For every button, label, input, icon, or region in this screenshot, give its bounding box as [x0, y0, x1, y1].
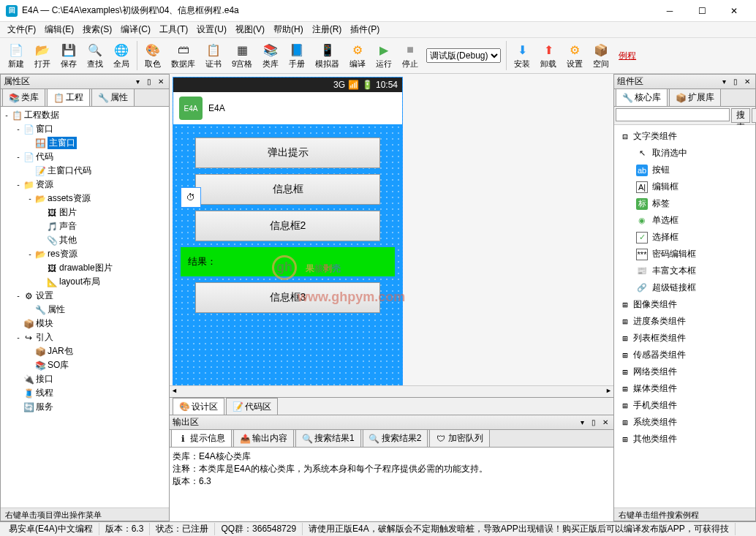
component-search-input[interactable] [616, 108, 730, 121]
comp-group-列表框类组件[interactable]: ⊞列表框类组件 [617, 330, 752, 347]
output-tab-提示信息[interactable]: ℹ提示信息 [171, 429, 232, 447]
design-scrollbar-h[interactable] [170, 385, 613, 397]
menu-帮助(H)[interactable]: 帮助(H) [269, 22, 308, 37]
panel-dropdown-icon[interactable]: ▾ [132, 77, 143, 87]
tree-接口[interactable]: 🔌接口 [2, 372, 167, 386]
next-button[interactable]: 下个 [752, 108, 756, 123]
panel-pin-icon[interactable]: ▯ [144, 77, 154, 87]
result-label[interactable]: 结果： [181, 247, 395, 276]
output-tab-加密队列[interactable]: 🛡加密队列 [429, 429, 490, 447]
tab-类库[interactable]: 📚类库 [2, 88, 45, 106]
comp-标签[interactable]: 标标签 [617, 195, 752, 212]
phone-button-1[interactable]: 信息框 [195, 174, 380, 205]
toolbtn-运行[interactable]: ▶运行 [371, 40, 396, 71]
comp-group-传感器类组件[interactable]: ⊞传感器类组件 [617, 347, 752, 363]
minimize-button[interactable]: ─ [654, 1, 686, 21]
search-button[interactable]: 搜索 [731, 108, 750, 123]
tree-SO库[interactable]: 📚SO库 [2, 358, 167, 372]
tree-服务[interactable]: 🔄服务 [2, 400, 167, 414]
output-tab-搜索结果1[interactable]: 🔍搜索结果1 [295, 429, 361, 447]
comp-group-文字类组件[interactable]: ⊟文字类组件 [617, 128, 752, 145]
config-select[interactable]: 调试版(Debug) [426, 48, 501, 63]
toolbtn-查找[interactable]: 🔍查找 [83, 40, 107, 71]
design-tab-设计区[interactable]: 🎨设计区 [173, 398, 224, 415]
toolbtn-保存[interactable]: 💾保存 [56, 40, 81, 71]
comp-超级链接框[interactable]: 🔗超级链接框 [617, 279, 752, 296]
output-close-icon[interactable]: ✕ [600, 418, 611, 428]
toolbtn-打开[interactable]: 📂打开 [30, 40, 55, 71]
tree-线程[interactable]: 🧵线程 [2, 386, 167, 400]
timer-component-icon[interactable]: ⏱ [181, 187, 201, 208]
comp-dropdown-icon[interactable]: ▾ [719, 77, 729, 87]
toolbtn-编译[interactable]: ⚙编译 [345, 40, 370, 71]
toolbtn-取色[interactable]: 🎨取色 [140, 40, 165, 71]
toolbtn-设置[interactable]: ⚙设置 [562, 40, 587, 71]
output-tab-输出内容[interactable]: 📤输出内容 [233, 429, 294, 447]
maximize-button[interactable]: ☐ [686, 1, 718, 21]
project-tree[interactable]: -📋工程数据-📄窗口🪟主窗口-📄代码📝主窗口代码-📁资源-📂assets资源🖼图… [1, 107, 169, 507]
comp-group-媒体类组件[interactable]: ⊞媒体类组件 [617, 380, 752, 397]
comp-选择框[interactable]: ✓选择框 [617, 229, 752, 246]
tree-模块[interactable]: 📦模块 [2, 317, 167, 331]
menu-搜索(S)[interactable]: 搜索(S) [78, 22, 116, 37]
tree-代码[interactable]: -📄代码 [2, 150, 167, 164]
comp-单选框[interactable]: ◉单选框 [617, 212, 752, 229]
tree-窗口[interactable]: -📄窗口 [2, 122, 167, 136]
comp-取消选中[interactable]: ↖取消选中 [617, 145, 752, 162]
tree-声音[interactable]: 🎵声音 [2, 219, 167, 233]
toolbtn-数据库[interactable]: 🗃数据库 [167, 40, 200, 71]
comp-pin-icon[interactable]: ▯ [730, 77, 741, 87]
output-pin-icon[interactable]: ▯ [589, 418, 599, 428]
component-tree[interactable]: ⊟文字类组件↖取消选中ab按钮A|编辑框标标签◉单选框✓选择框***密码编辑框📰… [614, 125, 755, 507]
comp-按钮[interactable]: ab按钮 [617, 162, 752, 178]
comp-group-手机类组件[interactable]: ⊞手机类组件 [617, 397, 752, 414]
toolbtn-卸载[interactable]: ⬆卸载 [536, 40, 561, 71]
tree-设置[interactable]: -⚙设置 [2, 289, 167, 303]
tree-主窗口[interactable]: 🪟主窗口 [2, 136, 167, 150]
design-area[interactable]: 3G 📶 🔋 10:54 E4A E4A 弹出提示信息框信息框2结果：信息框3 … [170, 74, 613, 385]
toolbtn-模拟器[interactable]: 📱模拟器 [311, 40, 344, 71]
comp-密码编辑框[interactable]: ***密码编辑框 [617, 246, 752, 263]
toolbtn-手册[interactable]: 📘手册 [284, 40, 309, 71]
comp-编辑框[interactable]: A|编辑框 [617, 178, 752, 195]
phone-button-2[interactable]: 信息框2 [195, 211, 380, 241]
comp-group-进度条类组件[interactable]: ⊞进度条类组件 [617, 313, 752, 330]
tree-其他[interactable]: 📎其他 [2, 233, 167, 247]
comp-group-其他类组件[interactable]: ⊞其他类组件 [617, 431, 752, 448]
tree-图片[interactable]: 🖼图片 [2, 205, 167, 219]
comp-close-icon[interactable]: ✕ [742, 77, 752, 87]
tree-JAR包[interactable]: 📦JAR包 [2, 344, 167, 358]
menu-视图(V)[interactable]: 视图(V) [231, 22, 269, 37]
output-tab-搜索结果2[interactable]: 🔍搜索结果2 [363, 429, 428, 447]
toolbtn-全局[interactable]: 🌐全局 [109, 40, 134, 71]
design-tab-代码区[interactable]: 📝代码区 [226, 398, 278, 415]
comp-tab-核心库[interactable]: 🔧核心库 [616, 88, 668, 106]
toolbtn-停止[interactable]: ■停止 [398, 40, 423, 71]
phone-button-3[interactable]: 信息框3 [195, 282, 380, 313]
menu-插件(P)[interactable]: 插件(P) [346, 22, 384, 37]
panel-close-icon[interactable]: ✕ [156, 77, 166, 87]
comp-group-系统类组件[interactable]: ⊞系统类组件 [617, 414, 752, 431]
tab-工程[interactable]: 📋工程 [47, 88, 90, 106]
link-例程[interactable]: 例程 [619, 50, 636, 62]
tab-属性[interactable]: 🔧属性 [91, 88, 135, 106]
menu-注册(R)[interactable]: 注册(R) [308, 22, 347, 37]
tree-drawable图片[interactable]: 🖼drawable图片 [2, 261, 167, 275]
close-button[interactable]: ✕ [718, 1, 750, 21]
comp-group-网络类组件[interactable]: ⊞网络类组件 [617, 363, 752, 380]
tree-res资源[interactable]: -📂res资源 [2, 247, 167, 261]
tree-assets资源[interactable]: -📂assets资源 [2, 192, 167, 205]
comp-丰富文本框[interactable]: 📰丰富文本框 [617, 263, 752, 279]
toolbtn-新建[interactable]: 📄新建 [4, 40, 29, 71]
tree-layout布局[interactable]: 📐layout布局 [2, 275, 167, 289]
toolbtn-9宫格[interactable]: ▦9宫格 [227, 40, 257, 71]
toolbtn-空间[interactable]: 📦空间 [589, 40, 613, 71]
toolbtn-证书[interactable]: 📋证书 [201, 40, 226, 71]
comp-group-图像类组件[interactable]: ⊞图像类组件 [617, 296, 752, 313]
menu-文件(F)[interactable]: 文件(F) [3, 22, 40, 37]
toolbtn-安装[interactable]: ⬇安装 [510, 40, 534, 71]
toolbtn-类库[interactable]: 📚类库 [258, 40, 283, 71]
menu-设置(U)[interactable]: 设置(U) [192, 22, 231, 37]
output-dropdown-icon[interactable]: ▾ [577, 418, 587, 428]
tree-引入[interactable]: -↪引入 [2, 331, 167, 344]
